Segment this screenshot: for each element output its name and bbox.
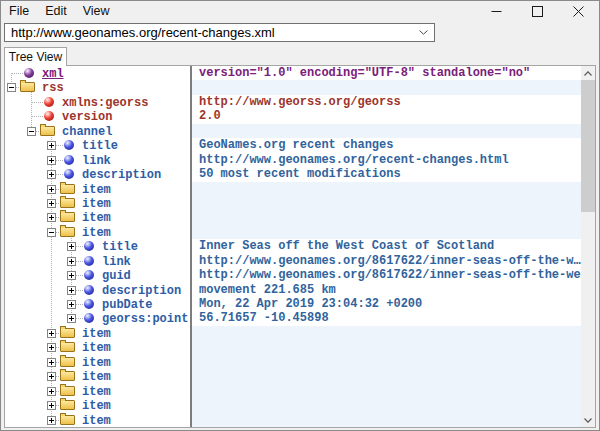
expand-plus-icon[interactable] <box>47 372 56 381</box>
tree-node-label: item <box>82 226 111 240</box>
tree-node-description[interactable]: description <box>5 167 190 181</box>
tree-node-item[interactable]: item <box>5 355 190 369</box>
expand-plus-icon[interactable] <box>47 170 56 179</box>
menu-file[interactable]: File <box>1 1 37 22</box>
expand-plus-icon[interactable] <box>47 329 56 338</box>
tree-node-label: item <box>82 211 111 225</box>
menu-view[interactable]: View <box>75 1 118 22</box>
tree-node-version[interactable]: version <box>5 109 190 123</box>
tree-node-xml[interactable]: xml <box>5 66 190 80</box>
tree-node-title[interactable]: title <box>5 138 190 152</box>
folder-icon <box>40 126 55 136</box>
tree-node-item[interactable]: item <box>5 225 190 239</box>
tree-node-item[interactable]: item <box>5 413 190 427</box>
tree-node-item[interactable]: item <box>5 210 190 224</box>
value-row: http://www.geonames.org/8617622/inner-se… <box>192 254 595 268</box>
folder-icon <box>60 184 75 194</box>
tree-node-label: guid <box>102 269 131 283</box>
tree-node-channel[interactable]: channel <box>5 124 190 138</box>
expand-plus-icon[interactable] <box>67 300 76 309</box>
value-panel: version="1.0" encoding="UTF-8" standalon… <box>192 66 595 427</box>
tree-connector-stub <box>31 102 43 103</box>
tree-node-guid[interactable]: guid <box>5 268 190 282</box>
combobox-dropdown-button[interactable] <box>412 24 434 41</box>
tree-node-label: item <box>82 327 111 341</box>
tree-node-label: description <box>82 168 161 182</box>
folder-icon <box>60 386 75 396</box>
tree-node-item[interactable]: item <box>5 384 190 398</box>
scrollbar-thumb[interactable] <box>581 80 595 212</box>
tab-tree-view[interactable]: Tree View <box>4 47 67 66</box>
app-window: File Edit View Tree View x <box>0 0 600 431</box>
tree-node-label: link <box>102 255 131 269</box>
expand-plus-icon[interactable] <box>67 271 76 280</box>
tree-node-item[interactable]: item <box>5 182 190 196</box>
value-row <box>192 355 595 369</box>
value-row <box>192 210 595 224</box>
vertical-scrollbar[interactable] <box>581 66 595 427</box>
tree-node-label: item <box>82 414 111 428</box>
tree-node-label: link <box>82 154 111 168</box>
value-row <box>192 80 595 94</box>
tree-node-label: item <box>82 356 111 370</box>
tree-node-item[interactable]: item <box>5 340 190 354</box>
xml-tree-content: xmlrssxmlns:georssversionchanneltitlelin… <box>4 65 596 428</box>
expand-plus-icon[interactable] <box>47 213 56 222</box>
expand-plus-icon[interactable] <box>47 185 56 194</box>
tree-connector-stub <box>11 73 23 74</box>
menu-edit[interactable]: Edit <box>37 1 75 22</box>
tree-node-item[interactable]: item <box>5 196 190 210</box>
menubar: File Edit View <box>1 1 118 22</box>
expand-plus-icon[interactable] <box>47 416 56 425</box>
tree-panel[interactable]: xmlrssxmlns:georssversionchanneltitlelin… <box>5 66 192 427</box>
expand-plus-icon[interactable] <box>67 257 76 266</box>
scroll-down-button[interactable] <box>581 413 595 427</box>
close-button[interactable] <box>558 1 599 22</box>
element-icon <box>84 313 94 323</box>
folder-icon <box>60 400 75 410</box>
tree-node-pubDate[interactable]: pubDate <box>5 297 190 311</box>
expand-plus-icon[interactable] <box>67 314 76 323</box>
tree-node-label: item <box>82 370 111 384</box>
tree-node-link[interactable]: link <box>5 254 190 268</box>
tree-node-description[interactable]: description <box>5 283 190 297</box>
address-row <box>1 22 599 45</box>
folder-icon <box>60 415 75 425</box>
value-row <box>192 124 595 138</box>
element-icon <box>64 155 74 165</box>
collapse-minus-icon[interactable] <box>27 127 36 136</box>
tree-node-rss[interactable]: rss <box>5 80 190 94</box>
collapse-minus-icon[interactable] <box>47 228 56 237</box>
value-row: http://www.geonames.org/8617622/inner-se… <box>192 268 595 282</box>
tree-node-item[interactable]: item <box>5 326 190 340</box>
expand-plus-icon[interactable] <box>47 141 56 150</box>
expand-plus-icon[interactable] <box>47 387 56 396</box>
tree-node-link[interactable]: link <box>5 153 190 167</box>
scroll-up-button[interactable] <box>581 66 595 80</box>
expand-plus-icon[interactable] <box>67 286 76 295</box>
tree-node-label: rss <box>42 81 64 95</box>
tree-node-georss:point[interactable]: georss:point <box>5 311 190 325</box>
value-row: Inner Seas off the West Coast of Scotlan… <box>192 239 595 253</box>
url-input[interactable] <box>5 25 412 40</box>
tree-node-xmlns:georss[interactable]: xmlns:georss <box>5 95 190 109</box>
expand-plus-icon[interactable] <box>47 343 56 352</box>
tree-node-item[interactable]: item <box>5 398 190 412</box>
maximize-button[interactable] <box>517 1 558 22</box>
tree-node-item[interactable]: item <box>5 369 190 383</box>
tree-node-label: title <box>102 240 138 254</box>
expand-plus-icon[interactable] <box>47 358 56 367</box>
window-controls <box>476 1 599 22</box>
expand-plus-icon[interactable] <box>47 401 56 410</box>
folder-icon <box>20 82 35 92</box>
expand-plus-icon[interactable] <box>67 242 76 251</box>
value-row: 2.0 <box>192 109 595 123</box>
expand-plus-icon[interactable] <box>47 199 56 208</box>
tree-node-label: xmlns:georss <box>62 96 148 110</box>
expand-plus-icon[interactable] <box>47 156 56 165</box>
tree-node-title[interactable]: title <box>5 239 190 253</box>
url-combobox[interactable] <box>4 23 435 42</box>
collapse-minus-icon[interactable] <box>7 83 16 92</box>
minimize-button[interactable] <box>476 1 517 22</box>
element-icon <box>64 169 74 179</box>
